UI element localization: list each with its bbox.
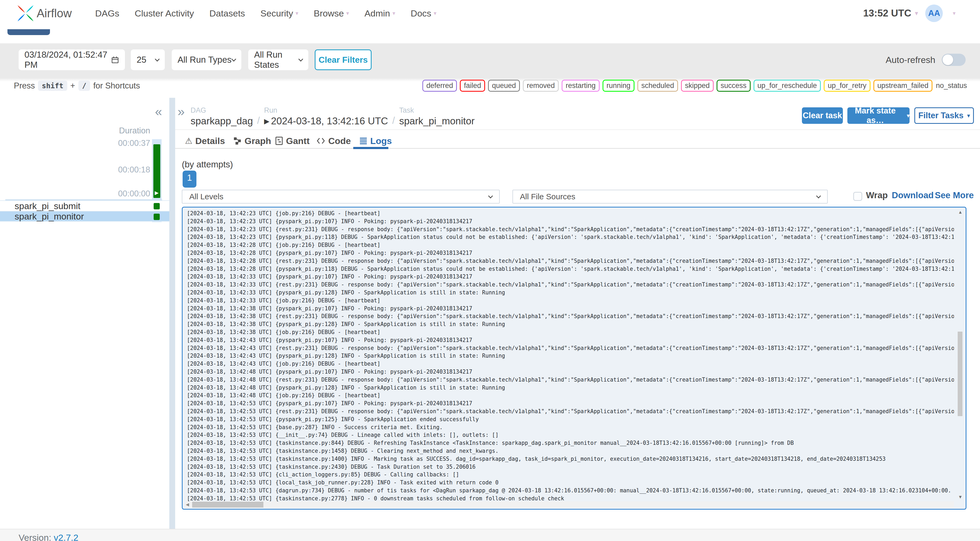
- log-output-panel[interactable]: [2024-03-18, 13:42:23 UTC] {job.py:216} …: [182, 207, 966, 510]
- nav-item[interactable]: Docs▾: [410, 8, 436, 19]
- log-line: [2024-03-18, 13:42:38 UTC] {pyspark_pi.p…: [187, 305, 954, 313]
- footer: [0, 529, 980, 541]
- wrap-checkbox[interactable]: [853, 192, 862, 201]
- horizontal-scrollbar[interactable]: ◀: [185, 501, 954, 508]
- status-badge: queued: [488, 80, 520, 92]
- version-text: Version: v2.7.2: [19, 533, 78, 541]
- breadcrumb-task[interactable]: Task spark_pi_monitor: [399, 106, 475, 127]
- log-level-select[interactable]: All Levels: [182, 190, 500, 204]
- avatar[interactable]: AA: [925, 5, 943, 22]
- status-badge: scheduled: [637, 80, 678, 92]
- status-badge: up_for_reschedule: [754, 80, 821, 92]
- tab-logs[interactable]: Logs: [360, 134, 392, 148]
- log-line: [2024-03-18, 13:42:23 UTC] {job.py:216} …: [187, 210, 954, 218]
- breadcrumb: DAG sparkapp_dag / Run ▶2024-03-18, 13:4…: [191, 106, 475, 127]
- log-line: [2024-03-18, 13:42:33 UTC] {pyspark_pi.p…: [187, 273, 954, 281]
- breadcrumb-run[interactable]: Run ▶2024-03-18, 13:42:16 UTC: [264, 106, 388, 127]
- log-line: [2024-03-18, 13:42:53 UTC] {taskinstance…: [187, 455, 954, 463]
- scroll-left-icon[interactable]: ◀: [186, 502, 189, 507]
- status-badge: restarting: [562, 80, 600, 92]
- brand-name[interactable]: Airflow: [37, 6, 72, 20]
- chevron-down-icon: [298, 57, 303, 61]
- log-line: [2024-03-18, 13:42:33 UTC] {pyspark_pi.p…: [187, 289, 954, 297]
- auto-refresh-label: Auto-refresh: [886, 55, 935, 65]
- status-badge: upstream_failed: [873, 80, 932, 92]
- nav-item[interactable]: Cluster Activity: [135, 8, 194, 19]
- auto-refresh-control: Auto-refresh: [886, 49, 966, 70]
- code-icon: [316, 137, 325, 145]
- nav-item[interactable]: DAGs: [95, 8, 119, 19]
- nav-item[interactable]: Datasets: [210, 8, 245, 19]
- by-attempts-label: (by attempts): [182, 159, 233, 170]
- version-link[interactable]: v2.7.2: [54, 533, 78, 541]
- log-line: [2024-03-18, 13:42:48 UTC] {job.py:216} …: [187, 391, 954, 399]
- scroll-down-icon[interactable]: ▼: [957, 495, 964, 500]
- chevron-down-icon[interactable]: ▾: [953, 10, 956, 16]
- chevron-down-icon: [816, 193, 821, 198]
- chevron-down-icon: ▾: [907, 112, 910, 119]
- task-state-success-square[interactable]: [154, 214, 160, 220]
- log-line: [2024-03-18, 13:42:53 UTC] {taskinstance…: [187, 463, 954, 471]
- run-types-select[interactable]: All Run Types: [172, 49, 241, 70]
- nav-item[interactable]: Browse▾: [313, 8, 349, 19]
- breadcrumb-dag[interactable]: DAG sparkapp_dag: [191, 106, 253, 127]
- breadcrumb-separator: /: [257, 115, 260, 127]
- task-row[interactable]: spark_pi_monitor: [0, 211, 169, 221]
- manual-run-play-icon: ▶: [155, 190, 159, 196]
- vertical-scrollbar[interactable]: ▲ ▼: [957, 210, 964, 500]
- log-line: [2024-03-18, 13:42:28 UTC] {job.py:216} …: [187, 241, 954, 249]
- shift-key: shift: [38, 81, 67, 91]
- cut-off-button[interactable]: [8, 29, 50, 35]
- see-more-link[interactable]: See More: [935, 190, 974, 200]
- auto-refresh-toggle[interactable]: [942, 54, 966, 66]
- airflow-logo-icon[interactable]: [17, 5, 34, 22]
- task-state-success-square[interactable]: [154, 203, 160, 209]
- clear-task-button[interactable]: Clear task: [802, 107, 843, 124]
- status-badge: failed: [460, 80, 485, 92]
- clear-filters-button[interactable]: Clear Filters: [315, 49, 372, 70]
- download-link[interactable]: Download: [892, 190, 934, 200]
- chevron-down-icon: [488, 193, 493, 198]
- tabs-bottom-border: [175, 148, 980, 149]
- log-line: [2024-03-18, 13:42:23 UTC] {pyspark_pi.p…: [187, 233, 954, 241]
- log-line: [2024-03-18, 13:42:33 UTC] {job.py:216} …: [187, 297, 954, 305]
- task-name: spark_pi_submit: [0, 201, 81, 211]
- run-states-select[interactable]: All Run States: [248, 49, 308, 70]
- duration-tick: 00:00:18: [0, 165, 150, 175]
- chevron-down-icon: ▾: [915, 10, 918, 17]
- tab-gantt[interactable]: Gantt: [275, 134, 310, 148]
- status-badge: removed: [523, 80, 559, 92]
- nav-item[interactable]: Admin▾: [364, 8, 395, 19]
- tab-code[interactable]: Code: [316, 134, 351, 148]
- file-source-select[interactable]: All File Sources: [512, 190, 828, 204]
- vertical-scroll-thumb[interactable]: [958, 332, 963, 416]
- header-divider: [175, 129, 980, 130]
- page-size-select[interactable]: 25: [131, 49, 165, 70]
- date-filter-input[interactable]: 03/18/2024, 01:52:47 PM: [19, 49, 125, 70]
- task-list: spark_pi_submit spark_pi_monitor: [0, 200, 169, 221]
- tab-details[interactable]: ⚠ Details: [185, 134, 225, 148]
- mark-state-button[interactable]: Mark state as…▾: [847, 107, 910, 124]
- log-line: [2024-03-18, 13:42:38 UTC] {job.py:216} …: [187, 328, 954, 336]
- attempt-1-button[interactable]: 1: [183, 170, 196, 188]
- chevron-down-icon: ▾: [434, 10, 437, 16]
- nav-item[interactable]: Security▾: [261, 8, 298, 19]
- scroll-up-icon[interactable]: ▲: [957, 210, 964, 215]
- task-row[interactable]: spark_pi_submit: [0, 200, 169, 211]
- duration-tick: 00:00:37: [0, 138, 150, 148]
- log-content: [2024-03-18, 13:42:23 UTC] {job.py:216} …: [187, 210, 954, 501]
- status-badge: deferred: [422, 80, 457, 92]
- expand-panel-icon[interactable]: »: [178, 104, 185, 119]
- log-line: [2024-03-18, 13:42:23 UTC] {rest.py:231}…: [187, 226, 954, 234]
- active-tab-underline: [353, 147, 388, 149]
- filter-tasks-button[interactable]: Filter Tasks▾: [914, 107, 974, 124]
- log-line: [2024-03-18, 13:42:53 UTC] {local_task_j…: [187, 479, 954, 487]
- collapse-sidebar-icon[interactable]: «: [155, 104, 162, 119]
- toggle-knob: [942, 54, 953, 65]
- chevron-down-icon: [231, 57, 236, 61]
- clock-dropdown[interactable]: 13:52 UTC▾: [863, 8, 918, 19]
- chevron-down-icon: ▾: [393, 10, 396, 16]
- tab-graph[interactable]: Graph: [233, 134, 271, 148]
- horizontal-scroll-thumb[interactable]: [192, 502, 263, 508]
- panel-divider[interactable]: [169, 98, 175, 529]
